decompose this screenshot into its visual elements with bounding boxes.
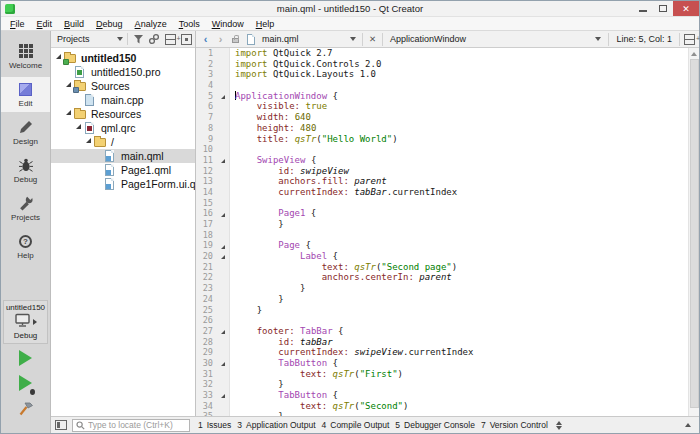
- menu-analyze[interactable]: Analyze: [129, 17, 173, 30]
- sidebar-mode-debug[interactable]: Debug: [1, 153, 50, 188]
- code-line-29[interactable]: 29 currentIndex: swipeView.currentIndex: [196, 347, 688, 358]
- tree-expander-icon[interactable]: [74, 124, 83, 132]
- code-line-21[interactable]: 21 text: qsTr("Second page"): [196, 262, 688, 273]
- code-line-19[interactable]: 19 Page {: [196, 240, 688, 251]
- go-back-button[interactable]: ‹: [198, 32, 213, 47]
- scrollbar-thumb[interactable]: [690, 59, 699, 408]
- code-line-26[interactable]: 26: [196, 315, 688, 326]
- output-pane-application-output[interactable]: 3Application Output: [234, 417, 318, 433]
- code-line-13[interactable]: 13 anchors.fill: parent: [196, 176, 688, 187]
- link-with-editor-button[interactable]: [148, 33, 160, 45]
- menu-edit[interactable]: Edit: [31, 17, 59, 30]
- run-button[interactable]: [19, 350, 32, 366]
- fold-margin[interactable]: [217, 251, 230, 262]
- menu-file[interactable]: File: [4, 17, 31, 30]
- toggle-left-sidebar-icon[interactable]: [55, 420, 67, 430]
- code-line-1[interactable]: 1import QtQuick 2.7: [196, 48, 688, 59]
- tree-expander-icon[interactable]: [64, 110, 73, 118]
- tree-expander-icon[interactable]: [84, 138, 93, 146]
- code-line-4[interactable]: 4: [196, 80, 688, 91]
- code-line-6[interactable]: 6 visible: true: [196, 101, 688, 112]
- start-debugging-button[interactable]: [19, 375, 32, 391]
- pane-selector-dropdown[interactable]: Projects: [57, 34, 123, 44]
- code-line-32[interactable]: 32 }: [196, 379, 688, 390]
- fold-margin[interactable]: [217, 155, 230, 166]
- tree-expander-icon[interactable]: [54, 54, 63, 62]
- tree-item-page1-qml[interactable]: Page1.qml: [51, 163, 195, 177]
- maximize-output-pane-icon[interactable]: [556, 421, 562, 430]
- editor-scrollbar[interactable]: [688, 48, 699, 416]
- open-file-dropdown[interactable]: main.qml: [258, 34, 360, 44]
- tree-item-qml-qrc[interactable]: qml.qrc: [51, 121, 195, 135]
- code-line-8[interactable]: 8 height: 480: [196, 123, 688, 134]
- code-editor[interactable]: 1import QtQuick 2.72import QtQuick.Contr…: [196, 48, 688, 416]
- output-pane-compile-output[interactable]: 4Compile Output: [319, 417, 393, 433]
- split-pane-button[interactable]: [164, 33, 176, 45]
- close-document-button[interactable]: ✕: [365, 32, 380, 47]
- build-button[interactable]: [17, 400, 35, 419]
- close-button[interactable]: ✕: [673, 1, 699, 16]
- close-pane-button[interactable]: [180, 33, 192, 45]
- fold-margin[interactable]: [217, 390, 230, 401]
- filter-button[interactable]: [132, 33, 144, 45]
- code-line-34[interactable]: 34 text: qsTr("Second"): [196, 401, 688, 412]
- tree-item-main-cpp[interactable]: main.cpp: [51, 93, 195, 107]
- fold-margin[interactable]: [217, 358, 230, 369]
- sidebar-mode-design[interactable]: Design: [1, 115, 50, 150]
- output-pane-debugger-console[interactable]: 5Debugger Console: [392, 417, 478, 433]
- code-line-20[interactable]: 20 Label {: [196, 251, 688, 262]
- code-line-28[interactable]: 28 id: tabBar: [196, 337, 688, 348]
- code-line-15[interactable]: 15: [196, 198, 688, 209]
- code-line-2[interactable]: 2import QtQuick.Controls 2.0: [196, 59, 688, 70]
- code-line-31[interactable]: 31 text: qsTr("First"): [196, 369, 688, 380]
- tree-item-untitled150[interactable]: untitled150: [51, 51, 195, 65]
- fold-margin[interactable]: [217, 91, 230, 102]
- symbol-context-dropdown[interactable]: ApplicationWindow: [385, 34, 606, 44]
- code-line-9[interactable]: 9 title: qsTr("Hello World"): [196, 134, 688, 145]
- maximize-button[interactable]: [653, 1, 673, 16]
- code-line-23[interactable]: 23 }: [196, 283, 688, 294]
- minimize-button[interactable]: [633, 1, 653, 16]
- code-line-27[interactable]: 27 footer: TabBar {: [196, 326, 688, 337]
- code-line-7[interactable]: 7 width: 640: [196, 112, 688, 123]
- tree-item-main-qml[interactable]: main.qml: [51, 149, 195, 163]
- tree-expander-icon[interactable]: [64, 82, 73, 90]
- tree-item-page1form-ui-qml[interactable]: Page1Form.ui.qml: [51, 177, 195, 191]
- code-line-33[interactable]: 33 TabButton {: [196, 390, 688, 401]
- file-lock-button[interactable]: [228, 32, 243, 47]
- sidebar-mode-edit[interactable]: Edit: [1, 77, 50, 112]
- sidebar-mode-welcome[interactable]: Welcome: [1, 39, 50, 74]
- scroll-up-icon[interactable]: [691, 52, 697, 56]
- code-line-25[interactable]: 25 }: [196, 305, 688, 316]
- split-editor-button[interactable]: [682, 32, 697, 47]
- menu-help[interactable]: Help: [250, 17, 281, 30]
- tree-item-untitled150-pro[interactable]: untitled150.pro: [51, 65, 195, 79]
- tree-item-resources[interactable]: Resources: [51, 107, 195, 121]
- sidebar-mode-projects[interactable]: Projects: [1, 191, 50, 226]
- menu-window[interactable]: Window: [206, 17, 250, 30]
- menu-tools[interactable]: Tools: [173, 17, 206, 30]
- code-line-30[interactable]: 30 TabButton {: [196, 358, 688, 369]
- code-line-14[interactable]: 14 currentIndex: tabBar.currentIndex: [196, 187, 688, 198]
- code-line-22[interactable]: 22 anchors.centerIn: parent: [196, 272, 688, 283]
- code-line-18[interactable]: 18: [196, 230, 688, 241]
- kit-selector[interactable]: untitled150 Debug: [3, 300, 48, 344]
- code-line-3[interactable]: 3import QtQuick.Layouts 1.0: [196, 69, 688, 80]
- tree-item-sources[interactable]: Sources: [51, 79, 195, 93]
- code-line-16[interactable]: 16 Page1 {: [196, 208, 688, 219]
- output-pane-issues[interactable]: 1Issues: [195, 417, 234, 433]
- tree-item--[interactable]: /: [51, 135, 195, 149]
- locator-box[interactable]: [72, 419, 190, 432]
- locator-input[interactable]: [88, 420, 186, 430]
- menu-build[interactable]: Build: [58, 17, 90, 30]
- toggle-output-pane-button[interactable]: [681, 423, 695, 427]
- fold-margin[interactable]: [217, 208, 230, 219]
- code-line-12[interactable]: 12 id: swipeView: [196, 166, 688, 177]
- go-forward-button[interactable]: ›: [213, 32, 228, 47]
- sidebar-mode-help[interactable]: ?Help: [1, 229, 50, 264]
- code-line-17[interactable]: 17 }: [196, 219, 688, 230]
- output-pane-version-control[interactable]: 7Version Control: [478, 417, 551, 433]
- fold-margin[interactable]: [217, 240, 230, 251]
- code-line-24[interactable]: 24 }: [196, 294, 688, 305]
- fold-margin[interactable]: [217, 326, 230, 337]
